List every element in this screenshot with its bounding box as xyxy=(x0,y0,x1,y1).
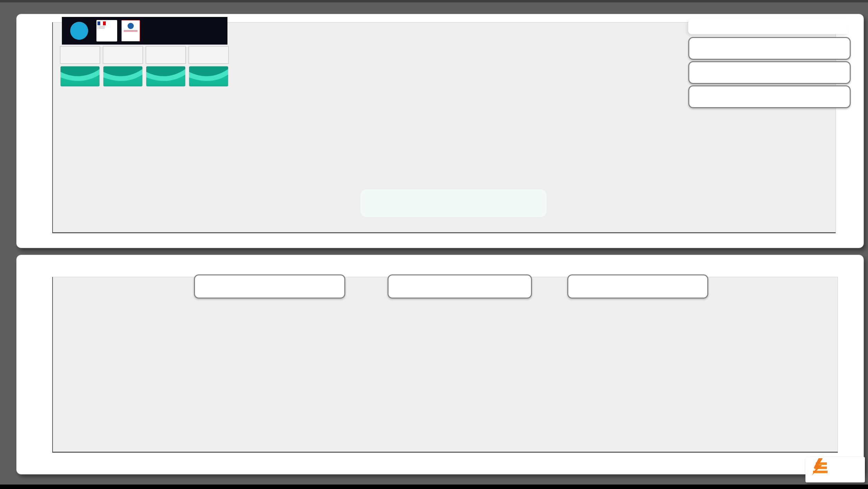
ecowatt-forecast-buttons xyxy=(60,46,230,87)
ecowatt-energy-dashboard: { "site": { "name": "LHB-site-L05S" }, "… xyxy=(0,0,868,489)
forecast-button-j[interactable] xyxy=(60,46,100,87)
forecast-button-j2[interactable] xyxy=(146,46,186,87)
ecowatt-forecast-tile-green xyxy=(146,66,186,87)
ecowatt-forecast-tile-green xyxy=(60,66,100,87)
ecowatt-forecast-tile-green xyxy=(103,66,143,87)
window-bottom-edge xyxy=(0,485,868,489)
ecowatt-wave-icon xyxy=(146,66,185,86)
ecowatt-logo-banner xyxy=(62,17,227,45)
daily-pmin-stat xyxy=(688,85,851,108)
window-top-edge xyxy=(0,0,868,2)
daily-pmax-stat xyxy=(688,61,851,84)
weekly-pmax-stat xyxy=(388,274,532,299)
site-name xyxy=(688,19,849,34)
daily-chart-panel xyxy=(16,14,864,248)
g2e-lightning-e-icon xyxy=(808,458,828,476)
ecowatt-wave-icon xyxy=(103,66,142,86)
g2e-france-logo xyxy=(805,457,865,482)
weekly-consumption-stat xyxy=(194,274,345,299)
ecowatt-wave-icon xyxy=(189,66,228,86)
ecowatt-forecast-tile-green xyxy=(188,66,229,87)
daily-consumption-stat xyxy=(688,37,851,60)
weekly-pmin-stat xyxy=(567,274,708,299)
republique-francaise-logo xyxy=(96,20,117,41)
rte-logo-icon xyxy=(70,22,88,40)
forecast-button-j3[interactable] xyxy=(188,46,229,87)
forecast-button-j1[interactable] xyxy=(103,46,143,87)
french-flag-icon xyxy=(97,21,106,25)
weekly-chart-plot[interactable] xyxy=(52,277,838,453)
date-overlay xyxy=(361,189,547,217)
ademe-logo xyxy=(121,20,140,41)
ecowatt-wave-icon xyxy=(60,66,100,86)
ademe-globe-icon xyxy=(128,23,134,29)
weekly-chart-panel xyxy=(16,255,864,474)
